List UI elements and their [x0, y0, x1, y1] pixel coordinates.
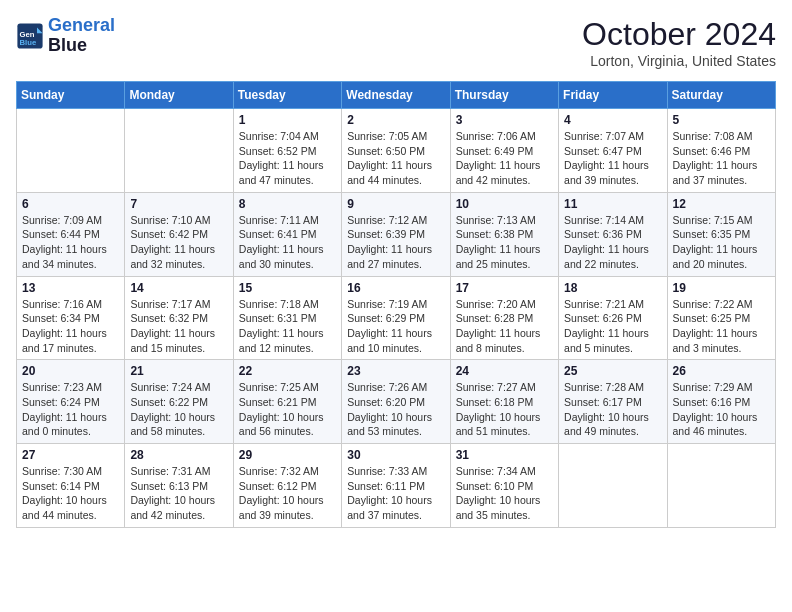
month-title: October 2024	[582, 16, 776, 53]
day-info: Sunrise: 7:06 AMSunset: 6:49 PMDaylight:…	[456, 129, 553, 188]
day-info: Sunrise: 7:22 AMSunset: 6:25 PMDaylight:…	[673, 297, 770, 356]
weekday-header-saturday: Saturday	[667, 82, 775, 109]
calendar-cell: 16Sunrise: 7:19 AMSunset: 6:29 PMDayligh…	[342, 276, 450, 360]
calendar-cell: 27Sunrise: 7:30 AMSunset: 6:14 PMDayligh…	[17, 444, 125, 528]
day-info: Sunrise: 7:32 AMSunset: 6:12 PMDaylight:…	[239, 464, 336, 523]
day-number: 14	[130, 281, 227, 295]
day-info: Sunrise: 7:10 AMSunset: 6:42 PMDaylight:…	[130, 213, 227, 272]
day-number: 24	[456, 364, 553, 378]
calendar-cell: 31Sunrise: 7:34 AMSunset: 6:10 PMDayligh…	[450, 444, 558, 528]
calendar-cell: 12Sunrise: 7:15 AMSunset: 6:35 PMDayligh…	[667, 192, 775, 276]
day-number: 9	[347, 197, 444, 211]
day-info: Sunrise: 7:33 AMSunset: 6:11 PMDaylight:…	[347, 464, 444, 523]
calendar-cell: 6Sunrise: 7:09 AMSunset: 6:44 PMDaylight…	[17, 192, 125, 276]
page-header: Gen Blue GeneralBlue October 2024 Lorton…	[16, 16, 776, 69]
day-number: 25	[564, 364, 661, 378]
day-number: 28	[130, 448, 227, 462]
calendar-cell: 29Sunrise: 7:32 AMSunset: 6:12 PMDayligh…	[233, 444, 341, 528]
day-info: Sunrise: 7:04 AMSunset: 6:52 PMDaylight:…	[239, 129, 336, 188]
calendar-cell: 25Sunrise: 7:28 AMSunset: 6:17 PMDayligh…	[559, 360, 667, 444]
day-number: 19	[673, 281, 770, 295]
day-info: Sunrise: 7:07 AMSunset: 6:47 PMDaylight:…	[564, 129, 661, 188]
logo-icon: Gen Blue	[16, 22, 44, 50]
day-number: 2	[347, 113, 444, 127]
day-number: 1	[239, 113, 336, 127]
calendar-row-4: 20Sunrise: 7:23 AMSunset: 6:24 PMDayligh…	[17, 360, 776, 444]
calendar-cell: 11Sunrise: 7:14 AMSunset: 6:36 PMDayligh…	[559, 192, 667, 276]
title-area: October 2024 Lorton, Virginia, United St…	[582, 16, 776, 69]
calendar-cell: 30Sunrise: 7:33 AMSunset: 6:11 PMDayligh…	[342, 444, 450, 528]
day-info: Sunrise: 7:26 AMSunset: 6:20 PMDaylight:…	[347, 380, 444, 439]
day-number: 15	[239, 281, 336, 295]
calendar-cell: 28Sunrise: 7:31 AMSunset: 6:13 PMDayligh…	[125, 444, 233, 528]
day-info: Sunrise: 7:24 AMSunset: 6:22 PMDaylight:…	[130, 380, 227, 439]
day-info: Sunrise: 7:08 AMSunset: 6:46 PMDaylight:…	[673, 129, 770, 188]
svg-text:Blue: Blue	[20, 38, 37, 47]
calendar-row-3: 13Sunrise: 7:16 AMSunset: 6:34 PMDayligh…	[17, 276, 776, 360]
day-info: Sunrise: 7:27 AMSunset: 6:18 PMDaylight:…	[456, 380, 553, 439]
day-info: Sunrise: 7:09 AMSunset: 6:44 PMDaylight:…	[22, 213, 119, 272]
calendar-cell: 26Sunrise: 7:29 AMSunset: 6:16 PMDayligh…	[667, 360, 775, 444]
day-info: Sunrise: 7:21 AMSunset: 6:26 PMDaylight:…	[564, 297, 661, 356]
calendar-cell: 5Sunrise: 7:08 AMSunset: 6:46 PMDaylight…	[667, 109, 775, 193]
calendar-cell: 7Sunrise: 7:10 AMSunset: 6:42 PMDaylight…	[125, 192, 233, 276]
day-number: 17	[456, 281, 553, 295]
day-info: Sunrise: 7:15 AMSunset: 6:35 PMDaylight:…	[673, 213, 770, 272]
calendar-cell: 22Sunrise: 7:25 AMSunset: 6:21 PMDayligh…	[233, 360, 341, 444]
day-number: 4	[564, 113, 661, 127]
day-info: Sunrise: 7:23 AMSunset: 6:24 PMDaylight:…	[22, 380, 119, 439]
location: Lorton, Virginia, United States	[582, 53, 776, 69]
day-number: 12	[673, 197, 770, 211]
day-number: 21	[130, 364, 227, 378]
day-number: 20	[22, 364, 119, 378]
calendar-cell: 9Sunrise: 7:12 AMSunset: 6:39 PMDaylight…	[342, 192, 450, 276]
day-info: Sunrise: 7:18 AMSunset: 6:31 PMDaylight:…	[239, 297, 336, 356]
day-number: 22	[239, 364, 336, 378]
calendar-cell: 19Sunrise: 7:22 AMSunset: 6:25 PMDayligh…	[667, 276, 775, 360]
calendar-cell: 3Sunrise: 7:06 AMSunset: 6:49 PMDaylight…	[450, 109, 558, 193]
day-number: 30	[347, 448, 444, 462]
calendar-cell: 23Sunrise: 7:26 AMSunset: 6:20 PMDayligh…	[342, 360, 450, 444]
weekday-header-thursday: Thursday	[450, 82, 558, 109]
weekday-header-sunday: Sunday	[17, 82, 125, 109]
calendar-cell: 14Sunrise: 7:17 AMSunset: 6:32 PMDayligh…	[125, 276, 233, 360]
calendar-row-2: 6Sunrise: 7:09 AMSunset: 6:44 PMDaylight…	[17, 192, 776, 276]
calendar-cell: 17Sunrise: 7:20 AMSunset: 6:28 PMDayligh…	[450, 276, 558, 360]
calendar-cell: 1Sunrise: 7:04 AMSunset: 6:52 PMDaylight…	[233, 109, 341, 193]
day-info: Sunrise: 7:16 AMSunset: 6:34 PMDaylight:…	[22, 297, 119, 356]
weekday-header-friday: Friday	[559, 82, 667, 109]
calendar-cell: 24Sunrise: 7:27 AMSunset: 6:18 PMDayligh…	[450, 360, 558, 444]
day-number: 3	[456, 113, 553, 127]
day-number: 29	[239, 448, 336, 462]
day-info: Sunrise: 7:05 AMSunset: 6:50 PMDaylight:…	[347, 129, 444, 188]
day-info: Sunrise: 7:25 AMSunset: 6:21 PMDaylight:…	[239, 380, 336, 439]
calendar-cell: 13Sunrise: 7:16 AMSunset: 6:34 PMDayligh…	[17, 276, 125, 360]
day-info: Sunrise: 7:34 AMSunset: 6:10 PMDaylight:…	[456, 464, 553, 523]
day-number: 13	[22, 281, 119, 295]
day-number: 5	[673, 113, 770, 127]
calendar-cell: 21Sunrise: 7:24 AMSunset: 6:22 PMDayligh…	[125, 360, 233, 444]
day-number: 6	[22, 197, 119, 211]
calendar-cell	[559, 444, 667, 528]
day-info: Sunrise: 7:14 AMSunset: 6:36 PMDaylight:…	[564, 213, 661, 272]
calendar-row-5: 27Sunrise: 7:30 AMSunset: 6:14 PMDayligh…	[17, 444, 776, 528]
day-number: 27	[22, 448, 119, 462]
day-number: 16	[347, 281, 444, 295]
day-info: Sunrise: 7:30 AMSunset: 6:14 PMDaylight:…	[22, 464, 119, 523]
day-info: Sunrise: 7:12 AMSunset: 6:39 PMDaylight:…	[347, 213, 444, 272]
weekday-header-wednesday: Wednesday	[342, 82, 450, 109]
weekday-header-monday: Monday	[125, 82, 233, 109]
day-info: Sunrise: 7:11 AMSunset: 6:41 PMDaylight:…	[239, 213, 336, 272]
weekday-header-tuesday: Tuesday	[233, 82, 341, 109]
day-info: Sunrise: 7:29 AMSunset: 6:16 PMDaylight:…	[673, 380, 770, 439]
day-number: 8	[239, 197, 336, 211]
day-number: 7	[130, 197, 227, 211]
calendar-cell: 15Sunrise: 7:18 AMSunset: 6:31 PMDayligh…	[233, 276, 341, 360]
calendar-cell	[667, 444, 775, 528]
logo-text: GeneralBlue	[48, 16, 115, 56]
calendar-cell: 4Sunrise: 7:07 AMSunset: 6:47 PMDaylight…	[559, 109, 667, 193]
day-number: 31	[456, 448, 553, 462]
calendar-cell: 18Sunrise: 7:21 AMSunset: 6:26 PMDayligh…	[559, 276, 667, 360]
calendar-row-1: 1Sunrise: 7:04 AMSunset: 6:52 PMDaylight…	[17, 109, 776, 193]
day-number: 23	[347, 364, 444, 378]
